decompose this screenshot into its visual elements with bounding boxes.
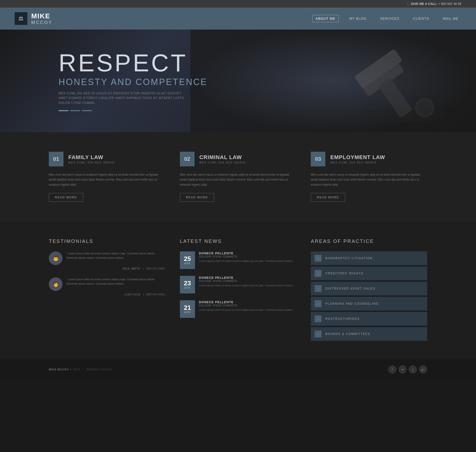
service-sub-1: MES CUML DIA SED INENIA [68, 161, 115, 164]
read-more-button-1[interactable]: READ MORE [49, 193, 83, 202]
nav-about-me[interactable]: ABOUT ME [312, 15, 339, 22]
news-headline-3: DONECE PELLENTE [199, 300, 293, 304]
practice-name-3: DISTRESSED ASSET SALES [325, 287, 375, 290]
hero-content: RESPECT HONESTY AND COMPETENCE MES CUML … [0, 51, 207, 111]
phone-number: + 800 567 46 56 [438, 2, 461, 6]
testimonial-content-1: 👨 " Lorem ipsum dolor sit amet consect a… [49, 251, 165, 265]
hero-subtitle: HONESTY AND COMPETENCE [59, 77, 207, 87]
author-org-1: METHO ORG [146, 267, 165, 270]
testimonial-item-2: 👩 " Lorem ipsum dolor sit amet consect a… [49, 277, 165, 296]
services-section: 01 FAMILY LAW MES CUML DIA SED INENIA Me… [0, 132, 476, 221]
news-subtitle-3: DOLORE IPSIM COMMETE [199, 304, 293, 307]
rss-button[interactable]: ✦ [398, 365, 407, 374]
hero-description: MES CUML DIA SED IN LACUS UT ENIASCET ET… [59, 91, 186, 105]
news-title: LATEST NEWS [180, 238, 296, 244]
top-bar: 📞 GIVE ME A CALL: + 800 567 46 56 [0, 0, 476, 8]
practice-list: › BANKRUPTCY LITIGATION › CREDITORS' RIG… [311, 251, 427, 341]
testimonial-content-2: 👩 " Lorem ipsum dolor sit amet consect a… [49, 277, 165, 291]
footer: MIKE MCCOY © 2013 | PRIVACY POLICY f ✦ t… [0, 359, 476, 379]
news-month-3: APR [184, 311, 191, 314]
practice-name-6: BOARDS & COMMITTEES [325, 332, 370, 336]
service-title-1: FAMILY LAW [68, 154, 115, 161]
news-content-1: DONECE PELLENTE DOLORE IPSIM COMMETE Lor… [199, 251, 293, 269]
testimonial-text-2: " Lorem ipsum dolor sit amet consect adi… [66, 277, 165, 291]
practice-item-6[interactable]: › BOARDS & COMMITTEES [311, 327, 427, 341]
practice-column: AREAS OF PRACTICE › BANKRUPTCY LITIGATIO… [311, 238, 427, 342]
footer-left: MIKE MCCOY © 2013 | PRIVACY POLICY [49, 368, 112, 371]
practice-name-5: RESTRUCTURINGS [325, 317, 360, 321]
footer-brand: MIKE MCCOY [49, 368, 69, 371]
service-desc-1: Mes cumi dia sed in lacus ut eniascet in… [49, 172, 165, 187]
news-headline-2: DONECE PELLENTE [199, 276, 293, 280]
logo-icon: ⚖ [15, 12, 27, 25]
gavel-illustration [334, 37, 456, 130]
author-name-1: JACK SMITH [122, 267, 140, 270]
footer-policy[interactable]: PRIVACY POLICY [87, 368, 112, 371]
news-desc-3: Lorem ipsum dolor sit amet consect adipi… [199, 308, 293, 312]
read-more-button-2[interactable]: READ MORE [180, 193, 214, 202]
testimonial-item-1: 👨 " Lorem ipsum dolor sit amet consect a… [49, 251, 165, 270]
service-title-block-1: FAMILY LAW MES CUML DIA SED INENIA [68, 154, 115, 164]
news-item-1: 25 APR DONECE PELLENTE DOLORE IPSIM COMM… [180, 251, 296, 269]
footer-separator: | [83, 368, 84, 371]
hero-title: RESPECT [59, 51, 207, 75]
testimonial-text-1: " Lorem ipsum dolor sit amet consect adi… [66, 251, 165, 265]
service-desc-2: Mes cumi dia sed in lacus ut eniascet in… [180, 172, 296, 187]
read-more-button-3[interactable]: READ MORE [311, 193, 345, 202]
hero-dot-2[interactable] [70, 110, 80, 111]
practice-item-2[interactable]: › CREDITORS' RIGHTS [311, 267, 427, 280]
practice-name-1: BANKRUPTCY LITIGATION [325, 257, 373, 260]
service-number-3: 03 [311, 152, 325, 166]
hero-dot-1[interactable] [59, 110, 68, 111]
practice-arrow-3: › [315, 285, 321, 292]
news-date-box-2: 23 APR [180, 276, 195, 293]
news-item-3: 21 APR DONECE PELLENTE DOLORE IPSIM COMM… [180, 300, 296, 318]
practice-item-3[interactable]: › DISTRESSED ASSET SALES [311, 282, 427, 295]
practice-item-5[interactable]: › RESTRUCTURINGS [311, 312, 427, 326]
practice-item-4[interactable]: › PLANNING AND COUNSELING [311, 297, 427, 311]
service-title-3: EMPLOYMENT LAW [330, 154, 385, 161]
news-day-3: 21 [184, 304, 191, 311]
facebook-button[interactable]: f [388, 365, 396, 374]
twitter-button[interactable]: t [409, 365, 417, 374]
phone-label: GIVE ME A CALL: [411, 2, 437, 6]
practice-arrow-5: › [315, 315, 321, 322]
news-day-1: 25 [184, 256, 191, 262]
logo-name-bottom: MCCOY [31, 20, 52, 25]
nav-clients[interactable]: CLIENTS [410, 15, 432, 22]
news-subtitle-1: DOLORE IPSIM COMMETE [199, 255, 293, 258]
hero-dot-3[interactable] [82, 110, 92, 111]
services-grid: 01 FAMILY LAW MES CUML DIA SED INENIA Me… [49, 152, 427, 202]
news-month-1: APR [184, 262, 191, 265]
practice-arrow-2: › [315, 270, 321, 277]
service-header-2: 02 CRIMINAL LAW MES CUML DIA SED INENIA [180, 152, 296, 166]
practice-title: AREAS OF PRACTICE [311, 238, 427, 244]
practice-arrow-1: › [315, 255, 321, 262]
logo: ⚖ MIKE MCCOY [15, 12, 52, 25]
practice-name-2: CREDITORS' RIGHTS [325, 272, 363, 275]
service-title-block-3: EMPLOYMENT LAW MES CUML DIA SED INENIA [330, 154, 385, 164]
nav-my-blog[interactable]: MY BLOG [346, 15, 370, 22]
logo-name-top: MIKE [31, 12, 52, 20]
service-number-1: 01 [49, 152, 63, 166]
service-header-3: 03 EMPLOYMENT LAW MES CUML DIA SED INENI… [311, 152, 427, 166]
news-day-2: 23 [184, 280, 191, 286]
news-desc-1: Lorem ipsum dolor sit amet consect adipi… [199, 259, 293, 263]
author-separator-2: / [143, 293, 144, 296]
service-item-1: 01 FAMILY LAW MES CUML DIA SED INENIA Me… [49, 152, 165, 202]
google-plus-button[interactable]: g+ [419, 365, 427, 374]
service-number-2: 02 [180, 152, 195, 166]
practice-name-4: PLANNING AND COUNSELING [325, 302, 379, 305]
news-date-box-3: 21 APR [180, 300, 195, 318]
news-content-3: DONECE PELLENTE DOLORE IPSIM COMMETE Lor… [199, 300, 293, 318]
practice-item-1[interactable]: › BANKRUPTCY LITIGATION [311, 251, 427, 265]
news-desc-2: Lorem ipsum dolor sit amet consect adipi… [199, 283, 293, 288]
nav-mail-me[interactable]: MAIL ME [440, 15, 461, 22]
nav-services[interactable]: SERVICES [377, 15, 402, 22]
service-desc-3: Mes cumi dia sed in lacus ut eniascet in… [311, 172, 427, 187]
hero-section: RESPECT HONESTY AND COMPETENCE MES CUML … [0, 30, 476, 132]
hero-dots [59, 110, 207, 111]
news-item-2: 23 APR DONECE PELLENTE DOLORE IPSIM COMM… [180, 276, 296, 293]
news-subtitle-2: DOLORE IPSIM COMMETE [199, 280, 293, 282]
testimonials-column: TESTIMONIALS 👨 " Lorem ipsum dolor sit a… [49, 238, 165, 342]
